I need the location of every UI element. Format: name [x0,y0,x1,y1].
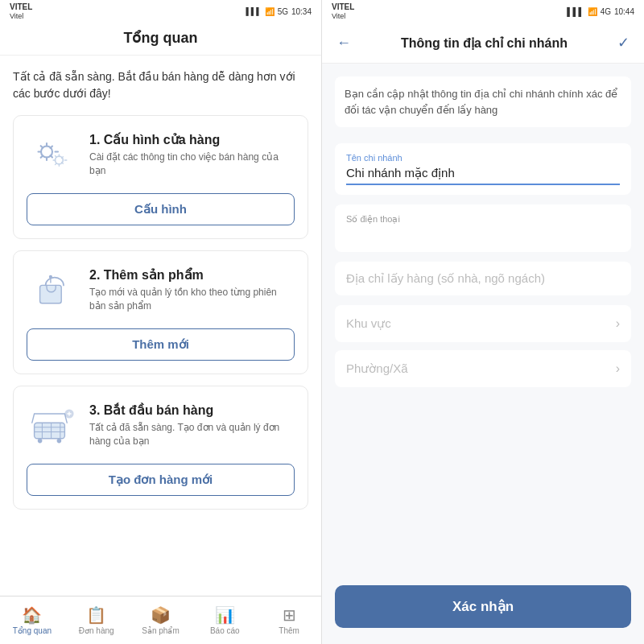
left-time: 10:34 [291,7,312,16]
left-content: Tất cả đã sẵn sàng. Bắt đầu bán hàng dễ … [0,56,321,596]
nav-more[interactable]: ⊞ Thêm [257,597,321,644]
battery-label: 5G [278,7,288,16]
right-signal-icon: ▌▌▌ [567,7,584,16]
phone-label: Số điện thoại [346,214,620,225]
step-info-add-product: 2. Thêm sản phẩm Tạo mới và quản lý tồn … [89,267,295,313]
bag-icon [27,264,78,316]
signal-icon: ▌▌▌ [246,7,261,15]
left-carrier: VITEL Vitel [10,2,32,20]
left-status-right: ▌▌▌ 📶 5G 10:34 [246,7,312,16]
step-desc-start-sell: Tất cả đã sẵn sàng. Tạo đơn và quản lý đ… [89,421,295,448]
step-info-start-sell: 3. Bắt đầu bán hàng Tất cả đã sẵn sàng. … [89,402,295,448]
right-content: Bạn cần cập nhật thông tin địa chỉ chi n… [322,64,644,577]
wifi-icon: 📶 [265,7,275,16]
reports-icon: 📊 [215,605,235,625]
nav-orders[interactable]: 📋 Đơn hàng [64,597,129,644]
gear-icon [27,129,78,180]
address-group [335,262,631,295]
step-title-start-sell: 3. Bắt đầu bán hàng [89,402,295,418]
step-desc-configure: Cài đặt các thông tin cho việc bán hàng … [89,151,295,178]
step-desc-add-product: Tạo mới và quản lý tồn kho theo từng phi… [89,286,295,313]
ward-label: Phường/Xã [346,361,408,376]
more-icon: ⊞ [283,605,296,625]
nav-orders-label: Đơn hàng [79,626,114,635]
configure-button[interactable]: Cấu hình [27,193,295,225]
left-panel: VITEL Vitel ▌▌▌ 📶 5G 10:34 Tổng quan Tất… [0,0,322,644]
right-panel: VITEL Vitel ▌▌▌ 📶 4G 10:44 ← Thông tin đ… [322,0,644,644]
right-wifi-icon: 📶 [588,7,597,16]
bottom-nav: 🏠 Tổng quan 📋 Đơn hàng 📦 Sản phẩm 📊 Báo … [0,596,321,644]
nav-home-label: Tổng quan [13,626,52,635]
region-select[interactable]: Khu vực › [335,305,631,342]
svg-point-10 [38,439,43,444]
region-label: Khu vực [346,316,391,331]
nav-more-label: Thêm [279,626,299,635]
info-text: Bạn cần cập nhật thông tin địa chỉ chi n… [335,76,631,127]
step-title-add-product: 2. Thêm sản phẩm [89,267,295,283]
right-time: 10:44 [614,7,634,16]
add-product-button[interactable]: Thêm mới [27,328,295,361]
right-status-bar: VITEL Vitel ▌▌▌ 📶 4G 10:44 [322,0,644,23]
ward-select[interactable]: Phường/Xã › [335,350,631,387]
address-input[interactable] [346,271,620,285]
right-carrier: VITEL Vitel [332,2,354,20]
home-icon: 🏠 [22,605,42,625]
chevron-right-icon: › [616,316,620,331]
nav-home[interactable]: 🏠 Tổng quan [0,597,64,644]
cart-icon [27,399,78,451]
right-battery-label: 4G [601,7,611,16]
nav-products[interactable]: 📦 Sản phẩm [129,597,193,644]
intro-text: Tất cả đã sẵn sàng. Bắt đầu bán hàng dễ … [13,68,308,102]
branch-name-input[interactable] [346,167,620,185]
products-icon: 📦 [151,605,171,625]
step-card-configure: 1. Cấu hình cửa hàng Cài đặt các thông t… [13,115,308,239]
nav-reports[interactable]: 📊 Báo cáo [192,597,257,644]
svg-point-4 [49,275,52,279]
phone-input[interactable] [346,228,620,242]
left-status-bar: VITEL Vitel ▌▌▌ 📶 5G 10:34 [0,0,321,23]
step-card-start-sell: 3. Bắt đầu bán hàng Tất cả đã sẵn sàng. … [13,386,308,510]
branch-name-label: Tên chi nhánh [346,153,620,163]
nav-products-label: Sản phẩm [142,626,179,635]
right-header-title: Thông tin địa chỉ chi nhánh [401,35,568,51]
nav-reports-label: Báo cáo [210,626,240,635]
svg-point-11 [57,439,62,444]
left-page-title: Tổng quan [0,23,321,56]
branch-name-group: Tên chi nhánh [335,143,631,195]
svg-rect-2 [40,285,62,303]
step-title-configure: 1. Cấu hình cửa hàng [89,132,295,147]
back-button[interactable]: ← [333,31,354,55]
step-card-add-product: 2. Thêm sản phẩm Tạo mới và quản lý tồn … [13,250,308,374]
right-status-right: ▌▌▌ 📶 4G 10:44 [567,7,634,16]
step-info-configure: 1. Cấu hình cửa hàng Cài đặt các thông t… [89,132,295,178]
right-header: ← Thông tin địa chỉ chi nhánh ✓ [322,23,644,64]
chevron-right-ward-icon: › [616,361,620,376]
create-order-button[interactable]: Tạo đơn hàng mới [27,464,295,496]
confirm-button[interactable]: Xác nhận [335,585,631,628]
orders-icon: 📋 [86,605,106,625]
check-button[interactable]: ✓ [614,31,633,55]
phone-group: Số điện thoại [335,204,631,252]
